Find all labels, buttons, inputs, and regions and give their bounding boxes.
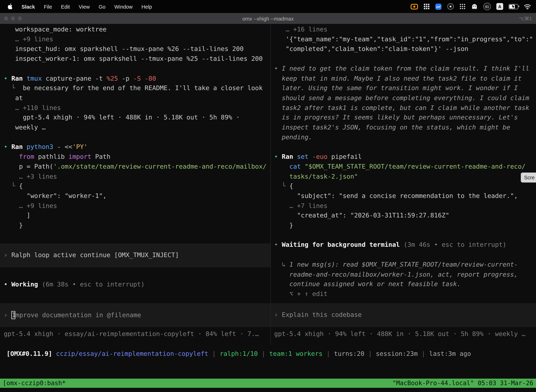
window-title: omx --xhigh --madmax: [0, 15, 536, 21]
dark-circle-app-icon[interactable]: [447, 3, 454, 10]
menu-item-window[interactable]: Window: [114, 4, 133, 9]
terminal-line: ↳ 1 new msg(s): read $OMX_TEAM_STATE_ROO…: [271, 260, 536, 270]
ralph-loop-banner: › Ralph loop active continue [OMX_TMUX_I…: [0, 243, 270, 267]
ralph-loop-text: Ralph loop active continue [OMX_TMUX_INJ…: [11, 250, 179, 260]
tmux-status-bar: [omx-cczip0:bash* "MacBook-Pro-44.local"…: [0, 379, 536, 388]
terminal-line: … +7 lines: [271, 201, 536, 211]
terminal-line: • Ran set -euo pipefail: [271, 152, 536, 162]
terminal-line: • Waiting for background terminal (3m 46…: [271, 240, 536, 250]
terminal-line: }: [271, 221, 536, 230]
prompt-chevron-icon: ›: [4, 310, 11, 320]
tmux-pane-right[interactable]: … +16 lines '{"team_name":"my-team","tas…: [271, 24, 536, 345]
terminal-line: … +3 lines: [0, 172, 270, 182]
text-cursor: I: [11, 311, 15, 319]
prompt-input-left[interactable]: › Improve documentation in @filename: [0, 303, 270, 327]
window-shortcut: ⌥⌘1: [519, 16, 536, 21]
window-title-bar[interactable]: omx --xhigh --madmax ⌥⌘1: [0, 13, 536, 24]
terminal-line: weekly …: [0, 123, 270, 132]
terminal-line: • Ran python3 - <<'PY': [0, 142, 270, 152]
left-model-statusline: gpt-5.4 xhigh · essay/ai-reimplementatio…: [0, 329, 270, 339]
left-scrollback: workspace_mode: worktree … +9 lines insp…: [0, 24, 270, 230]
terminal-line: • Ran tmux capture-pane -t %25 -p -S -80: [0, 74, 270, 84]
terminal-line: [271, 54, 536, 64]
terminal-line: should send a message before completing …: [271, 93, 536, 103]
omx-status-bar: [OMX#0.11.9] cczip/essay/ai-reimplementa…: [0, 349, 471, 359]
working-meta: (6m 38s • esc to interrupt): [38, 280, 144, 288]
wifi-icon[interactable]: [524, 4, 531, 9]
ghost-app-icon[interactable]: [471, 3, 478, 10]
terminal-line: from pathlib import Path: [0, 152, 270, 162]
menu-items: SlackFileEditViewGoWindowHelp: [21, 4, 152, 9]
menu-bar: SlackFileEditViewGoWindowHelp: [0, 0, 536, 13]
terminal-line: … +110 lines: [0, 103, 270, 113]
menu-item-view[interactable]: View: [79, 4, 90, 9]
terminal-line: task2 after task1 is complete, but can I…: [271, 103, 536, 113]
notification-snippet[interactable]: Scre: [521, 173, 536, 183]
terminal-line: [271, 142, 536, 152]
minimize-button[interactable]: [11, 16, 15, 20]
apple-menu-icon[interactable]: [7, 3, 13, 10]
terminal-line: [OMX#0.11.9] cczip/essay/ai-reimplementa…: [3, 349, 471, 359]
chevron-icon: ›: [4, 250, 11, 260]
battery-charging-icon[interactable]: [509, 4, 518, 9]
terminal-line: "worker": "worker-1",: [0, 191, 270, 201]
zoom-button[interactable]: [18, 16, 22, 20]
tmux-pane-left[interactable]: workspace_mode: worktree … +9 lines insp…: [0, 24, 270, 345]
prompt-placeholder: mprove documentation in @filename: [15, 310, 141, 320]
terminal-line: [0, 64, 270, 74]
input-source-icon[interactable]: A: [496, 3, 503, 10]
terminal-line: └ {: [271, 182, 536, 191]
status-bullet: •: [4, 280, 11, 288]
terminal-line: is in progress? It seems likely but perh…: [271, 113, 536, 123]
terminal-line: continue assigned work or next feasible …: [271, 280, 536, 289]
terminal-line: inspect_worker-1: omx sparkshell --tmux-…: [0, 54, 270, 64]
terminal-line: tasks/task-2.json": [271, 172, 536, 182]
close-button[interactable]: [4, 16, 8, 20]
menu-item-edit[interactable]: Edit: [61, 4, 70, 9]
tmux-session-info: [omx-cczip0:bash*: [3, 378, 66, 388]
blue-app-icon[interactable]: [435, 3, 442, 10]
terminal-line: pending.: [271, 132, 536, 142]
right-model-statusline: gpt-5.4 xhigh · 94% left · 488K in · 5.1…: [271, 329, 536, 339]
terminal-line: inspect_hud: omx sparkshell --tmux-pane …: [0, 44, 270, 54]
working-label: Working: [11, 280, 38, 288]
working-status: • Working (6m 38s • esc to interrupt): [0, 280, 270, 289]
screen-recording-icon[interactable]: [411, 4, 418, 9]
prompt-input-right[interactable]: › Explain this codebase: [271, 303, 536, 327]
terminal-window[interactable]: workspace_mode: worktree … +9 lines insp…: [0, 24, 536, 392]
terminal-line: "completed","claim_token":"claim-token"}…: [271, 44, 536, 54]
terminal-line: readme-and-reco/mailbox/worker-1.json, a…: [271, 270, 536, 280]
terminal-line: gpt-5.4 xhigh · 94% left · 488K in · 5.1…: [0, 113, 270, 123]
terminal-line: inspect task2's JSON, focusing on the st…: [271, 123, 536, 132]
terminal-line: cat "$OMX_TEAM_STATE_ROOT/team/review-cu…: [271, 162, 536, 172]
menu-item-file[interactable]: File: [44, 4, 52, 9]
terminal-line: workspace_mode: worktree: [0, 25, 270, 34]
desktop: SlackFileEditViewGoWindowHelp: [0, 0, 536, 392]
menu-item-slack[interactable]: Slack: [21, 4, 35, 9]
dots-grid-icon[interactable]: [459, 3, 466, 9]
traffic-lights: [0, 16, 22, 20]
terminal-line: "subject": "send a concise recommendatio…: [271, 191, 536, 201]
terminal-line: • I need to get the claim token from the…: [271, 64, 536, 74]
menu-item-go[interactable]: Go: [99, 4, 105, 9]
prompt-placeholder: Explain this codebase: [282, 310, 362, 320]
tmux-host-clock: "MacBook-Pro-44.local" 05:03 31-Mar-26: [392, 378, 533, 388]
terminal-line: ⌥ + ↑ edit: [271, 289, 536, 299]
terminal-line: └ be necessary for the end of the README…: [0, 84, 270, 93]
terminal-line: [271, 230, 536, 240]
terminal-line: … +16 lines: [271, 25, 536, 34]
terminal-line: "created_at": "2026-03-31T11:59:27.816Z": [271, 211, 536, 221]
grid-icon[interactable]: [423, 3, 430, 9]
terminal-line: … +9 lines: [0, 201, 270, 211]
terminal-line: keep that in mind. Maybe I also need the…: [271, 74, 536, 84]
battery-nub: [518, 5, 519, 7]
terminal-line: at: [0, 93, 270, 103]
menu-item-help[interactable]: Help: [141, 4, 152, 9]
battery-percent-badge[interactable]: 61: [483, 3, 491, 10]
terminal-line: p = Path('.omx/state/team/review-current…: [0, 162, 270, 172]
terminal-line: … +9 lines: [0, 34, 270, 44]
menu-status-icons: 61 A: [411, 3, 536, 10]
terminal-line: └ {: [0, 182, 270, 191]
terminal-line: [0, 132, 270, 142]
terminal-line: [271, 250, 536, 260]
